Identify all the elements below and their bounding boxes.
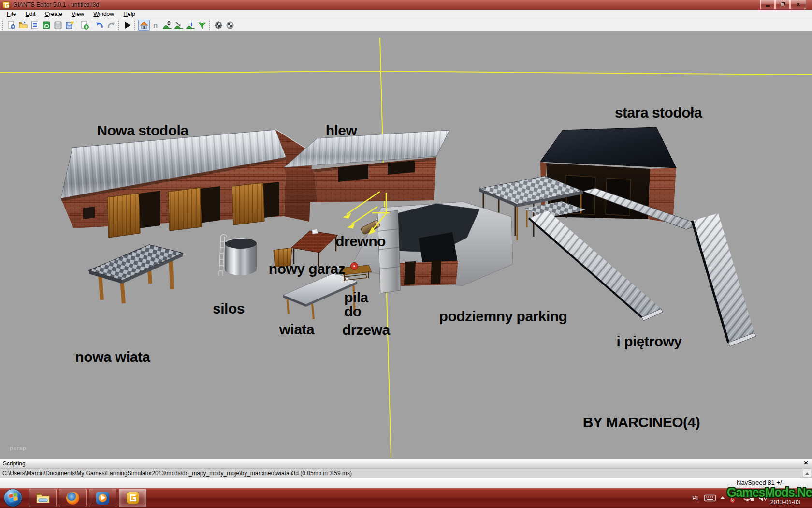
label-do: do	[344, 303, 362, 319]
toolbar-grip	[134, 21, 137, 30]
script-console-button[interactable]	[29, 20, 41, 31]
taskbar-windows-media-player[interactable]	[89, 489, 116, 507]
label-nowy-garaz: nowy garaz	[269, 261, 345, 277]
restore-button[interactable]	[775, 0, 790, 9]
label-credit: BY MARCINEO(4)	[583, 414, 700, 430]
undo-icon	[95, 20, 104, 30]
camera-home-button[interactable]	[138, 20, 150, 31]
label-nowa-stodola: Nowa stodola	[97, 122, 188, 138]
tool-bar: n i	[0, 19, 812, 31]
reload-icon	[42, 20, 51, 30]
model-nowa-stodola[interactable]	[61, 130, 312, 238]
menu-edit[interactable]: Edit	[22, 10, 40, 19]
terrain-sculpt-icon	[162, 20, 172, 30]
label-stara-stodola: stara stodoła	[615, 105, 702, 120]
foliage-paint-icon	[197, 20, 207, 30]
language-indicator[interactable]: PL	[692, 494, 700, 502]
show-hidden-icons-chevron[interactable]	[720, 496, 725, 499]
windows-media-player-icon	[96, 492, 109, 505]
menu-window[interactable]: Window	[89, 10, 118, 19]
label-drewno: drewno	[335, 233, 386, 249]
redo-icon	[106, 20, 116, 30]
menu-view[interactable]: View	[68, 10, 88, 19]
import-button[interactable]	[79, 20, 90, 31]
keyboard-icon[interactable]	[704, 494, 716, 502]
toolbar-grip	[2, 21, 4, 30]
foliage-paint-button[interactable]	[196, 20, 208, 31]
shader-options-icon	[225, 20, 235, 30]
navigation-mode-button[interactable]: n	[150, 20, 161, 31]
menu-help[interactable]: Help	[119, 10, 139, 19]
model-marble-column[interactable]	[377, 210, 401, 293]
new-scene-button[interactable]	[6, 20, 17, 31]
save-as-button[interactable]	[64, 20, 75, 31]
menu-create[interactable]: Create	[41, 10, 66, 19]
scripting-panel-header[interactable]: Scripting	[0, 459, 812, 468]
gamesmods-watermark: GamesMods.Net	[727, 485, 812, 500]
start-button[interactable]	[4, 489, 22, 507]
camera-name-label: persp	[10, 445, 27, 451]
menu-bar: File Edit Create View Window Help	[0, 10, 812, 19]
scripting-log-line: C:\Users\Marcin\Documents\My Games\Farmi…	[2, 470, 352, 477]
scroll-up-icon	[805, 472, 809, 475]
save-as-icon	[65, 20, 74, 30]
firefox-icon	[66, 492, 79, 505]
model-silos[interactable]	[219, 234, 257, 276]
svg-text:i: i	[191, 21, 192, 28]
scripting-console[interactable]: C:\Users\Marcin\Documents\My Games\Farmi…	[0, 468, 812, 478]
close-button[interactable]: x	[790, 0, 806, 9]
giants-editor-icon	[127, 492, 139, 504]
scripting-panel-title: Scripting	[3, 460, 26, 467]
terrain-paint-button[interactable]	[173, 20, 185, 31]
console-scroll-up-button[interactable]	[803, 469, 811, 478]
label-nowa-wiata: nowa wiata	[75, 349, 150, 365]
save-button[interactable]	[52, 20, 64, 31]
window-title: GIANTS Editor 5.0.1 - untitled.i3d	[13, 1, 99, 8]
restore-icon	[781, 3, 784, 6]
import-icon	[80, 20, 89, 30]
taskbar-giants-editor[interactable]	[119, 489, 146, 507]
render-options-button[interactable]	[213, 20, 224, 31]
open-file-icon	[18, 20, 28, 30]
label-podziemny-parking: podziemny parking	[439, 308, 567, 324]
minimize-icon	[766, 5, 770, 7]
undo-button[interactable]	[94, 20, 105, 31]
terrain-detail-button[interactable]: i	[185, 20, 196, 31]
label-drzewa: drzewa	[342, 322, 390, 338]
save-icon	[53, 20, 63, 30]
close-icon: x	[797, 1, 800, 7]
taskbar-windows-explorer[interactable]	[29, 489, 57, 507]
camera-home-icon	[139, 20, 149, 30]
toolbar-separator	[77, 21, 77, 30]
svg-text:n: n	[153, 21, 158, 29]
status-bar	[0, 478, 812, 488]
toolbar-separator	[92, 21, 92, 30]
shader-options-button[interactable]	[224, 20, 236, 31]
terrain-sculpt-button[interactable]	[161, 20, 173, 31]
minimize-button[interactable]	[760, 0, 775, 9]
viewport-3d-scene[interactable]	[0, 31, 812, 459]
toolbar-grip	[118, 21, 120, 30]
windows-flag-icon	[9, 493, 18, 502]
taskbar-firefox[interactable]	[59, 489, 87, 507]
windows-explorer-icon	[36, 492, 50, 504]
open-file-button[interactable]	[17, 20, 29, 31]
play-button[interactable]	[122, 20, 133, 31]
model-nowa-wiata[interactable]	[89, 245, 183, 303]
giants-editor-window: { "window": { "title": "GIANTS Editor 5.…	[0, 0, 812, 508]
title-bar[interactable]: GIANTS Editor 5.0.1 - untitled.i3d x	[0, 0, 812, 10]
redo-button[interactable]	[105, 20, 117, 31]
terrain-detail-icon: i	[186, 20, 195, 30]
reload-button[interactable]	[41, 20, 52, 31]
render-options-icon	[214, 20, 223, 30]
script-console-icon	[30, 20, 40, 30]
label-hlew: hlew	[326, 122, 357, 138]
toolbar-grip	[209, 21, 211, 30]
menu-file[interactable]: File	[3, 10, 20, 19]
scripting-close-button[interactable]: ✕	[802, 460, 810, 467]
giants-logo-icon	[3, 1, 10, 8]
navigation-mode-icon: n	[151, 20, 160, 30]
model-ramps[interactable]	[529, 211, 756, 346]
terrain-paint-icon	[174, 20, 184, 30]
new-scene-icon	[7, 20, 16, 30]
